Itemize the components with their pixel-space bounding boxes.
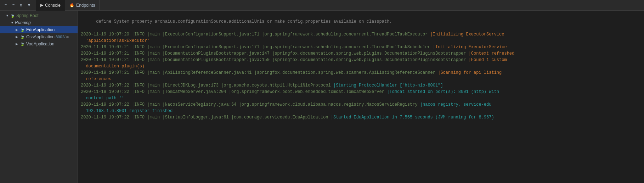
sidebar: ▼ 🍃 Spring Boot ▼ Running ▶ 🍃 EduApplica… bbox=[0, 11, 78, 183]
log-line-2: 2020-11-19 19:07:20 |INFO |main |Executo… bbox=[81, 31, 641, 38]
log-line-14: 192.168.1.6:8001 register finished bbox=[81, 108, 641, 114]
oss-app-icon: 🍃 bbox=[20, 34, 25, 39]
log-define-text: define System property archaius.configur… bbox=[96, 19, 392, 24]
log-line-6: 2020-11-19 19:07:21 |INFO |main |Documen… bbox=[81, 57, 641, 63]
log-line-10: 2020-11-19 19:07:22 |INFO |main |DirectJ… bbox=[81, 82, 641, 89]
console-tab-icon: ▶ bbox=[40, 3, 43, 7]
top-toolbar: ≡ ≡ ⊞ ▼ ▶ Console 🔥 Endpoints bbox=[0, 0, 644, 11]
main-content: ▼ 🍃 Spring Boot ▼ Running ▶ 🍃 EduApplica… bbox=[0, 11, 644, 183]
console-tab-label: Console bbox=[45, 3, 61, 8]
log-line-3: 'applicationTaskExecutor' bbox=[81, 38, 641, 44]
edu-application-label: EduApplication bbox=[26, 27, 55, 32]
log-line-11: 2020-11-19 19:07:22 |INFO |main |TomcatW… bbox=[81, 89, 641, 95]
log-line-1: define System property archaius.configur… bbox=[81, 12, 641, 31]
tab-bar: ▶ Console 🔥 Endpoints bbox=[36, 0, 100, 11]
sidebar-item-running[interactable]: ▼ Running bbox=[0, 19, 78, 26]
log-line-12: context path '' bbox=[81, 95, 641, 101]
filter-icon[interactable]: ▼ bbox=[26, 2, 32, 8]
sidebar-item-oss-application[interactable]: ▶ 🍃 OssApplication :8002/ ✏ bbox=[0, 33, 78, 40]
endpoints-tab-icon: 🔥 bbox=[69, 3, 74, 7]
arrow-edu: ▶ bbox=[16, 28, 20, 32]
arrow-vod: ▶ bbox=[16, 42, 20, 46]
spring-boot-label: Spring Boot bbox=[16, 13, 39, 18]
grid-icon[interactable]: ⊞ bbox=[18, 2, 24, 8]
console-area[interactable]: define System property archaius.configur… bbox=[78, 11, 644, 183]
sidebar-item-vod-application[interactable]: ▶ 🍃 VodApplication bbox=[0, 40, 78, 48]
log-line-15: 2020-11-19 19:07:22 |INFO |main |Startup… bbox=[81, 114, 641, 121]
toolbar-icons: ≡ ≡ ⊞ ▼ bbox=[1, 2, 33, 8]
sidebar-item-edu-application[interactable]: ▶ 🍃 EduApplication bbox=[0, 26, 78, 33]
spring-boot-icon: 🍃 bbox=[10, 13, 15, 18]
arrow-spring-boot: ▼ bbox=[6, 14, 10, 17]
edu-app-icon: 🍃 bbox=[20, 27, 25, 32]
log-line-8: 2020-11-19 19:07:21 |INFO |main |ApiList… bbox=[81, 70, 641, 76]
arrow-running: ▼ bbox=[11, 21, 15, 24]
oss-port-label: :8002/ bbox=[55, 35, 66, 39]
sidebar-item-spring-boot[interactable]: ▼ 🍃 Spring Boot bbox=[0, 12, 78, 19]
endpoints-tab-label: Endpoints bbox=[76, 3, 95, 8]
tab-console[interactable]: ▶ Console bbox=[36, 0, 65, 11]
log-line-4: 2020-11-19 19:07:21 |INFO |main |Executo… bbox=[81, 44, 641, 50]
oss-edit-icon[interactable]: ✏ bbox=[66, 35, 69, 39]
vod-app-icon: 🍃 bbox=[20, 41, 25, 46]
log-line-7: documentation plugin(s) bbox=[81, 63, 641, 70]
log-line-9: references bbox=[81, 76, 641, 82]
oss-application-label: OssApplication bbox=[26, 34, 55, 39]
log-line-5: 2020-11-19 19:07:21 |INFO |main |Documen… bbox=[81, 50, 641, 57]
tab-endpoints[interactable]: 🔥 Endpoints bbox=[65, 0, 100, 11]
list-icon[interactable]: ≡ bbox=[11, 2, 16, 8]
arrow-oss: ▶ bbox=[16, 35, 20, 39]
running-label: Running bbox=[15, 20, 31, 25]
vod-application-label: VodApplication bbox=[26, 41, 54, 46]
log-line-13: 2020-11-19 19:07:22 |INFO |main |NacosSe… bbox=[81, 101, 641, 108]
menu-icon[interactable]: ≡ bbox=[3, 2, 9, 8]
